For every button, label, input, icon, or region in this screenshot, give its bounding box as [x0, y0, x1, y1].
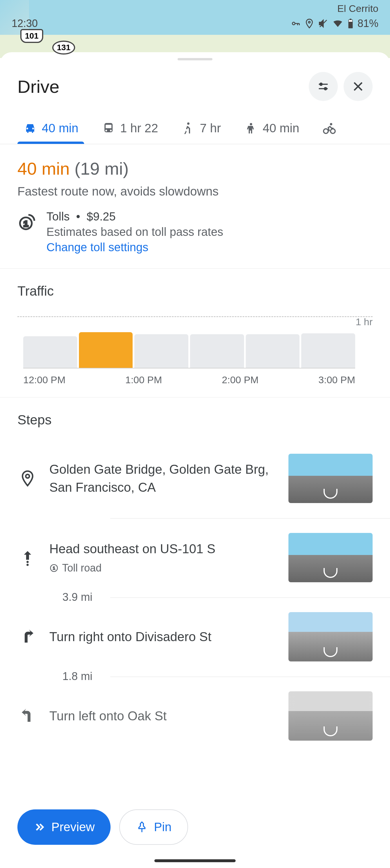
step-divider — [0, 512, 390, 524]
svg-point-5 — [320, 83, 322, 86]
tab-label: 7 hr — [200, 121, 221, 135]
pin-icon — [136, 821, 148, 833]
battery-pct: 81% — [358, 18, 379, 30]
time-label: 2:00 PM — [222, 374, 259, 385]
svg-point-20 — [26, 564, 29, 566]
step-item[interactable]: Golden Gate Bridge, Golden Gate Brg, San… — [0, 445, 390, 512]
pin-button[interactable]: Pin — [119, 809, 188, 845]
traffic-title: Traffic — [18, 283, 372, 299]
traffic-chart[interactable]: 1 hr 12:00 PM 1:00 PM 2:00 PM 3:00 PM — [18, 316, 372, 385]
vpn-icon — [290, 18, 301, 29]
street-view-thumb[interactable] — [289, 691, 372, 741]
svg-point-9 — [105, 130, 107, 131]
preview-button[interactable]: Preview — [18, 809, 111, 845]
bottom-sheet: Drive 40 min 1 hr 22 7 hr 40 min — [0, 52, 390, 868]
svg-text:1: 1 — [53, 566, 55, 570]
traffic-bar — [134, 334, 188, 368]
drag-handle[interactable] — [178, 58, 212, 60]
tab-label: 1 hr 22 — [120, 121, 158, 135]
pin-label: Pin — [154, 820, 172, 834]
svg-point-10 — [110, 130, 112, 131]
chart-ref-label: 1 hr — [356, 316, 372, 328]
traffic-section: Traffic 1 hr 12:00 PM 1:00 PM 2:00 PM 3:… — [0, 269, 390, 398]
svg-point-0 — [292, 22, 295, 25]
mute-icon — [318, 18, 328, 29]
turn-right-icon — [18, 627, 38, 647]
svg-point-18 — [26, 474, 30, 478]
preview-label: Preview — [51, 820, 95, 834]
battery-icon — [347, 18, 354, 29]
route-description: Fastest route now, avoids slowdowns — [18, 185, 372, 198]
bike-icon — [322, 121, 336, 135]
location-icon — [304, 18, 314, 29]
step-text: Turn right onto Divisadero St — [49, 628, 277, 646]
svg-point-11 — [187, 122, 189, 125]
straight-icon — [18, 548, 38, 568]
tolls-note: Estimates based on toll pass rates — [47, 225, 223, 239]
status-bar: 12:30 81% — [0, 18, 390, 30]
traffic-bar — [190, 334, 244, 368]
step-text: Head southeast on US-101 S — [49, 540, 277, 558]
step-item[interactable]: Turn left onto Oak St — [0, 683, 390, 749]
svg-point-15 — [330, 123, 332, 125]
toll-icon: 1 — [18, 212, 38, 232]
step-subtext: 1 Toll road — [49, 561, 277, 575]
street-view-thumb[interactable] — [289, 533, 372, 582]
options-button[interactable] — [309, 72, 338, 101]
svg-point-19 — [26, 561, 29, 563]
tab-rideshare[interactable]: 40 min — [233, 113, 311, 144]
steps-title: Steps — [0, 412, 390, 428]
turn-left-icon — [18, 706, 38, 726]
route-shield-131: 131 — [52, 41, 75, 55]
wifi-icon — [332, 18, 343, 29]
svg-point-13 — [324, 129, 328, 133]
street-view-thumb[interactable] — [289, 454, 372, 503]
traffic-bar — [246, 334, 300, 368]
svg-point-12 — [250, 123, 252, 125]
close-button[interactable] — [343, 72, 372, 101]
route-summary: 40 min (19 mi) Fastest route now, avoids… — [0, 144, 390, 269]
step-distance: 3.9 mi — [0, 591, 390, 603]
train-icon — [101, 121, 116, 135]
svg-point-6 — [324, 88, 327, 90]
tab-drive[interactable]: 40 min — [11, 113, 90, 144]
toll-settings-link[interactable]: Change toll settings — [47, 241, 223, 254]
tab-label: 40 min — [42, 121, 78, 135]
tab-label: 40 min — [263, 121, 299, 135]
route-distance: (19 mi) — [74, 159, 129, 178]
walk-icon — [181, 121, 195, 135]
svg-point-14 — [331, 129, 335, 133]
svg-rect-8 — [106, 125, 112, 128]
page-title: Drive — [18, 76, 303, 97]
svg-rect-3 — [350, 19, 352, 20]
svg-text:1: 1 — [24, 219, 28, 228]
step-distance: 1.8 mi — [0, 670, 390, 683]
traffic-bar — [301, 333, 355, 368]
step-item[interactable]: Turn right onto Divisadero St — [0, 603, 390, 670]
tab-walk[interactable]: 7 hr — [170, 113, 233, 144]
steps-section: Steps Golden Gate Bridge, Golden Gate Br… — [0, 398, 390, 807]
pin-icon — [18, 468, 38, 489]
step-text: Turn left onto Oak St — [49, 707, 277, 725]
mode-tabs: 40 min 1 hr 22 7 hr 40 min — [0, 113, 390, 144]
time-label: 3:00 PM — [318, 374, 355, 385]
chevrons-icon — [33, 821, 46, 833]
tab-bike[interactable] — [311, 113, 336, 144]
tolls-price: Tolls • $9.25 — [47, 210, 223, 223]
tab-transit[interactable]: 1 hr 22 — [90, 113, 170, 144]
map-city-label: El Cerrito — [337, 3, 379, 14]
traffic-bar-active — [79, 332, 133, 368]
time-label: 1:00 PM — [125, 374, 162, 385]
step-text: Golden Gate Bridge, Golden Gate Brg, San… — [49, 460, 277, 496]
route-shield-101: 101 — [20, 29, 43, 43]
status-time: 12:30 — [11, 18, 38, 30]
street-view-thumb[interactable] — [289, 612, 372, 661]
svg-point-1 — [308, 22, 310, 23]
svg-rect-4 — [349, 20, 352, 22]
nav-bar[interactable] — [154, 859, 236, 862]
car-icon — [23, 121, 37, 135]
step-item[interactable]: Head southeast on US-101 S 1 Toll road — [0, 524, 390, 591]
route-time: 40 min — [18, 159, 70, 178]
time-label: 12:00 PM — [23, 374, 66, 385]
traffic-bar — [23, 336, 77, 368]
